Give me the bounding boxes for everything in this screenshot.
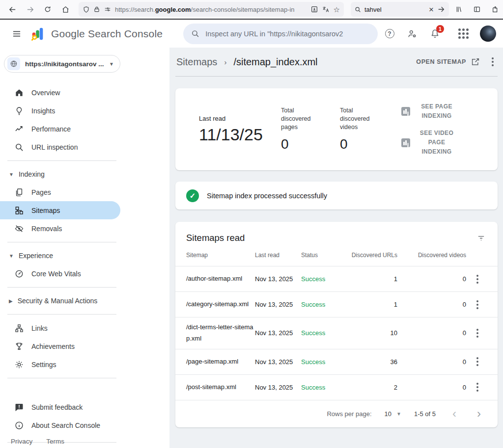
translate-icon[interactable] [322, 5, 330, 13]
notification-badge: 1 [436, 25, 444, 33]
breadcrumb-parent[interactable]: Sitemaps [176, 56, 217, 68]
cell-last-read: Nov 13, 2025 [255, 275, 301, 283]
address-bar[interactable]: https://search.google.com/search-console… [79, 2, 344, 17]
privacy-link[interactable]: Privacy [11, 438, 32, 445]
lock-icon[interactable] [93, 6, 100, 13]
sidebar: https://nikitagontsarov ... ▼ Overview I… [0, 48, 169, 448]
browser-forward-icon[interactable] [23, 2, 37, 16]
row-overflow-menu-icon[interactable] [474, 326, 481, 341]
info-icon [14, 421, 24, 430]
row-overflow-menu-icon[interactable] [474, 380, 481, 395]
discovered-videos-stat: Total discovered videos 0 [340, 106, 399, 152]
sidebar-footer: Privacy Terms [11, 438, 64, 445]
sidebar-item-core-web-vitals[interactable]: Core Web Vitals [0, 264, 120, 283]
external-link-icon [471, 57, 480, 66]
col-discovered-videos[interactable]: Discovered videos [397, 252, 466, 259]
user-avatar[interactable] [480, 26, 496, 42]
nav-drawer-icon[interactable] [7, 24, 27, 44]
divider [7, 378, 116, 378]
browser-search-value[interactable]: tahvel [364, 6, 425, 13]
sidebar-item-submit-feedback[interactable]: Submit feedback [0, 398, 120, 416]
sidebar-item-links[interactable]: Links [0, 319, 120, 337]
overflow-menu-icon[interactable] [489, 54, 497, 69]
previous-page-icon[interactable]: ‹ [448, 408, 460, 420]
inspect-url-input[interactable] [205, 30, 370, 38]
col-status[interactable]: Status [301, 252, 345, 259]
go-arrow-icon[interactable] [437, 5, 445, 13]
cell-last-read: Nov 13, 2025 [255, 358, 301, 366]
sidebar-toggle-icon[interactable] [470, 2, 484, 16]
sidebar-section-security[interactable]: ▶ Security & Manual Actions [0, 292, 169, 310]
see-video-page-indexing-link[interactable]: SEE VIDEO PAGE INDEXING [401, 129, 458, 157]
cell-sitemap[interactable]: /author-sitemap.xml [186, 273, 255, 285]
sidebar-item-sitemaps[interactable]: Sitemaps [0, 201, 120, 219]
rows-per-page-select[interactable]: 10 ▼ [385, 410, 401, 418]
sidebar-item-performance[interactable]: Performance [0, 120, 120, 138]
search-icon [191, 29, 199, 38]
col-sitemap[interactable]: Sitemap [186, 252, 255, 259]
sidebar-section-experience[interactable]: ▼ Experience [0, 247, 169, 264]
property-selector[interactable]: https://nikitagontsarov ... ▼ [4, 55, 120, 73]
url-text[interactable]: https://search.google.com/search-console… [115, 6, 307, 13]
table-row[interactable]: /post-sitemap.xml Nov 13, 2025 Success 2… [175, 374, 498, 400]
sidebar-item-achievements[interactable]: Achievements [0, 337, 120, 355]
sidebar-item-settings[interactable]: Settings [0, 355, 120, 373]
sidebar-section-indexing[interactable]: ▼ Indexing [0, 165, 169, 183]
cell-status: Success [301, 329, 345, 337]
sidebar-item-url-inspection[interactable]: URL inspection [0, 138, 120, 156]
user-settings-icon[interactable] [403, 25, 421, 43]
breadcrumb-current: /sitemap_index.xml [233, 56, 317, 68]
next-page-icon[interactable]: › [473, 408, 485, 420]
col-discovered-urls[interactable]: Discovered URLs [345, 252, 397, 259]
table-row[interactable]: /page-sitemap.xml Nov 13, 2025 Success 3… [175, 349, 498, 374]
eye-off-icon [14, 224, 24, 234]
save-page-icon[interactable] [310, 5, 318, 13]
row-overflow-menu-icon[interactable] [474, 297, 481, 312]
table-row[interactable]: /category-sitemap.xml Nov 13, 2025 Succe… [175, 291, 498, 317]
shield-icon[interactable] [83, 6, 90, 13]
terms-link[interactable]: Terms [46, 438, 64, 445]
rows-per-page-label: Rows per page: [327, 410, 371, 418]
table-row[interactable]: /author-sitemap.xml Nov 13, 2025 Success… [175, 266, 498, 291]
home-icon [14, 88, 24, 98]
browser-back-icon[interactable] [5, 2, 20, 16]
table-header-row: Sitemap Last read Status Discovered URLs… [175, 244, 498, 266]
inspect-url-search[interactable] [183, 24, 378, 44]
cell-sitemap[interactable]: /page-sitemap.xml [186, 356, 255, 368]
row-overflow-menu-icon[interactable] [474, 354, 481, 369]
cell-urls: 1 [345, 301, 397, 308]
bookmark-star-icon[interactable]: ☆ [334, 6, 340, 13]
sidebar-item-insights[interactable]: Insights [0, 102, 120, 120]
cell-sitemap[interactable]: /dict-terms-letter-sitemap.xml [186, 322, 255, 344]
library-icon[interactable] [452, 2, 467, 16]
open-sitemap-button[interactable]: OPEN SITEMAP [416, 57, 480, 66]
bar-chart-icon [401, 107, 410, 116]
browser-home-icon[interactable] [58, 2, 73, 16]
sidebar-item-removals[interactable]: Removals [0, 219, 120, 237]
cell-sitemap[interactable]: /category-sitemap.xml [186, 299, 255, 310]
sidebar-item-about[interactable]: About Search Console [0, 416, 120, 434]
divider [7, 287, 116, 288]
browser-reload-icon[interactable] [40, 2, 55, 16]
extension-icon[interactable] [487, 2, 502, 16]
notifications-bell-icon[interactable]: 1 [426, 25, 444, 43]
divider [7, 314, 116, 315]
cell-status: Success [301, 358, 345, 366]
col-last-read[interactable]: Last read [255, 252, 301, 259]
browser-search-bar[interactable]: tahvel × [351, 2, 449, 17]
help-icon[interactable]: ? [381, 25, 398, 43]
sidebar-item-pages[interactable]: Pages [0, 183, 120, 201]
see-page-indexing-link[interactable]: SEE PAGE INDEXING [401, 102, 458, 121]
cell-sitemap[interactable]: /post-sitemap.xml [186, 382, 255, 393]
sidebar-item-overview[interactable]: Overview [0, 83, 120, 102]
banner-message: Sitemap index processed successfully [207, 192, 327, 200]
row-overflow-menu-icon[interactable] [474, 272, 481, 287]
permissions-icon[interactable] [104, 6, 112, 13]
table-row[interactable]: /dict-terms-letter-sitemap.xml Nov 13, 2… [175, 317, 498, 349]
clear-search-icon[interactable]: × [429, 5, 434, 14]
gear-icon [14, 360, 24, 369]
last-read-stat: Last read 11/13/25 [199, 115, 281, 144]
google-apps-icon[interactable] [454, 25, 472, 43]
gauge-icon [14, 269, 24, 279]
filter-icon[interactable] [476, 234, 486, 242]
